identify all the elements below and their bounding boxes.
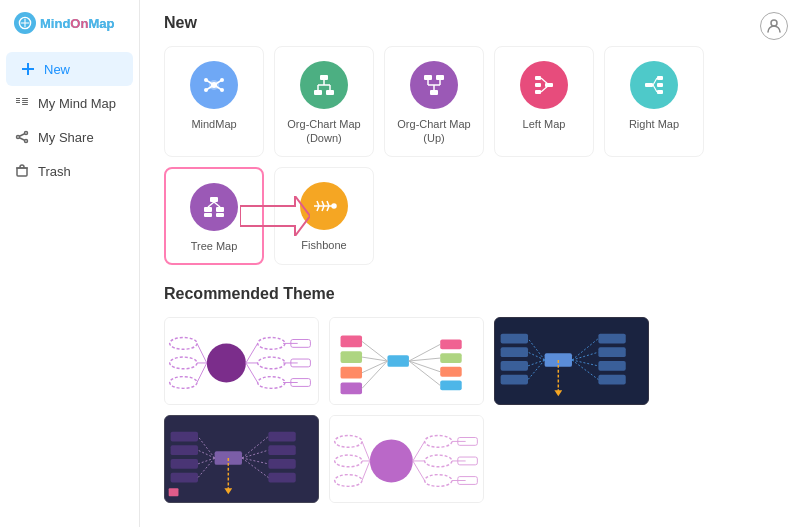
share-icon xyxy=(14,129,30,145)
svg-rect-150 xyxy=(169,488,179,496)
right-map-icon-circle xyxy=(630,61,678,109)
svg-point-14 xyxy=(17,136,20,139)
svg-rect-33 xyxy=(326,90,334,95)
svg-line-16 xyxy=(19,138,24,140)
svg-rect-47 xyxy=(535,83,541,87)
svg-rect-136 xyxy=(268,432,295,442)
user-icon[interactable] xyxy=(760,12,788,40)
theme-card-3[interactable] xyxy=(494,317,649,405)
svg-rect-59 xyxy=(216,207,224,212)
org-up-label: Org-Chart Map (Up) xyxy=(393,117,475,146)
theme-card-1[interactable] xyxy=(164,317,319,405)
map-card-org-down[interactable]: Org-Chart Map (Down) xyxy=(274,46,374,157)
svg-rect-98 xyxy=(440,339,462,349)
sidebar: MindOnMap New My Mind Map My Share Tr xyxy=(0,0,140,527)
trash-icon xyxy=(14,163,30,179)
svg-rect-58 xyxy=(204,207,212,212)
sidebar-navigation: New My Mind Map My Share Trash xyxy=(0,46,139,194)
svg-point-152 xyxy=(370,439,413,482)
svg-rect-17 xyxy=(17,168,27,176)
svg-rect-48 xyxy=(535,90,541,94)
svg-rect-114 xyxy=(501,361,528,371)
svg-line-49 xyxy=(541,78,549,85)
svg-line-63 xyxy=(214,202,220,207)
tree-map-icon-circle xyxy=(190,183,238,231)
svg-rect-119 xyxy=(598,375,625,385)
svg-rect-11 xyxy=(22,104,28,105)
svg-rect-97 xyxy=(341,382,363,394)
svg-line-50 xyxy=(541,85,549,92)
svg-rect-57 xyxy=(210,197,218,202)
svg-rect-39 xyxy=(424,75,432,80)
svg-rect-94 xyxy=(341,335,363,347)
svg-rect-7 xyxy=(16,102,20,103)
arrow-pointer xyxy=(240,196,310,240)
svg-rect-51 xyxy=(645,83,653,87)
svg-rect-40 xyxy=(436,75,444,80)
svg-line-55 xyxy=(653,78,657,85)
svg-point-27 xyxy=(204,78,208,82)
svg-rect-96 xyxy=(341,367,363,379)
svg-rect-118 xyxy=(598,361,625,371)
svg-rect-4 xyxy=(22,68,34,70)
right-map-label: Right Map xyxy=(629,117,679,131)
theme-card-5[interactable] xyxy=(329,415,484,503)
svg-point-71 xyxy=(332,204,336,208)
svg-rect-101 xyxy=(440,380,462,390)
logo-icon xyxy=(14,12,36,34)
svg-marker-20 xyxy=(240,196,310,236)
svg-rect-52 xyxy=(657,76,663,80)
logo: MindOnMap xyxy=(0,0,139,46)
map-card-left-map[interactable]: Left Map xyxy=(494,46,594,157)
theme-card-2[interactable] xyxy=(329,317,484,405)
left-map-label: Left Map xyxy=(523,117,566,131)
svg-line-62 xyxy=(208,202,214,207)
recommended-section-title: Recommended Theme xyxy=(164,285,776,303)
sidebar-item-new[interactable]: New xyxy=(6,52,133,86)
svg-point-28 xyxy=(220,78,224,82)
svg-rect-32 xyxy=(314,90,322,95)
svg-rect-60 xyxy=(204,213,212,217)
svg-rect-116 xyxy=(598,334,625,344)
svg-rect-95 xyxy=(341,351,363,363)
svg-rect-93 xyxy=(387,355,409,367)
new-section-title: New xyxy=(164,14,776,32)
svg-rect-54 xyxy=(657,90,663,94)
svg-rect-9 xyxy=(22,100,28,101)
svg-line-15 xyxy=(19,134,24,136)
logo-text: MindOnMap xyxy=(40,16,114,31)
svg-rect-6 xyxy=(16,100,20,101)
svg-rect-8 xyxy=(22,98,28,99)
plus-icon xyxy=(20,61,36,77)
svg-point-13 xyxy=(25,140,28,143)
sidebar-item-trash[interactable]: Trash xyxy=(0,154,139,188)
sidebar-item-my-share[interactable]: My Share xyxy=(0,120,139,154)
sidebar-item-my-mind-map[interactable]: My Mind Map xyxy=(0,86,139,120)
file-icon xyxy=(14,95,30,111)
svg-rect-10 xyxy=(22,102,28,103)
mindmap-icon-circle xyxy=(190,61,238,109)
tree-map-label: Tree Map xyxy=(191,239,238,253)
svg-rect-138 xyxy=(268,459,295,469)
svg-rect-99 xyxy=(440,353,462,363)
map-card-mindmap[interactable]: MindMap xyxy=(164,46,264,157)
map-card-right-map[interactable]: Right Map xyxy=(604,46,704,157)
map-card-org-up[interactable]: Org-Chart Map (Up) xyxy=(384,46,484,157)
svg-rect-132 xyxy=(171,432,198,442)
svg-point-30 xyxy=(220,88,224,92)
mindmap-label: MindMap xyxy=(191,117,236,131)
svg-point-29 xyxy=(204,88,208,92)
svg-rect-134 xyxy=(171,459,198,469)
svg-rect-31 xyxy=(320,75,328,80)
svg-rect-61 xyxy=(216,213,224,217)
svg-rect-38 xyxy=(430,90,438,95)
svg-rect-135 xyxy=(171,473,198,483)
svg-rect-46 xyxy=(535,76,541,80)
svg-rect-139 xyxy=(268,473,295,483)
svg-rect-117 xyxy=(598,347,625,357)
svg-rect-100 xyxy=(440,367,462,377)
svg-rect-53 xyxy=(657,83,663,87)
left-map-icon-circle xyxy=(520,61,568,109)
org-down-label: Org-Chart Map (Down) xyxy=(283,117,365,146)
theme-card-4[interactable] xyxy=(164,415,319,503)
